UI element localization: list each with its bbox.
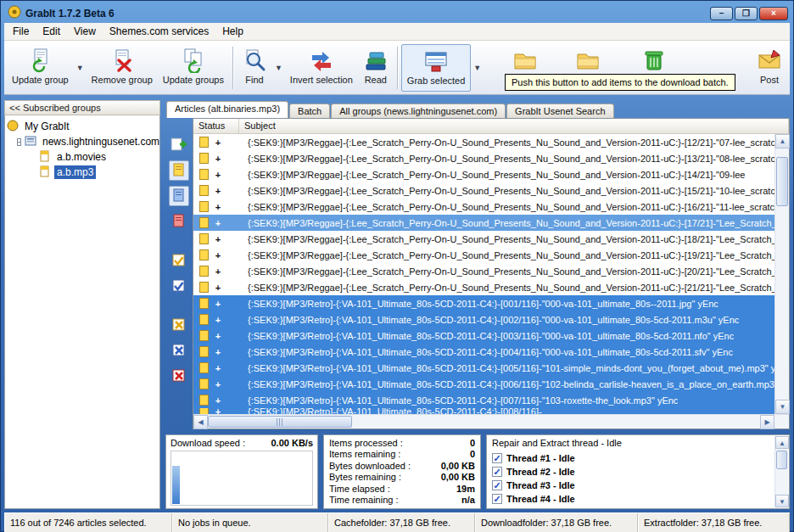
update-group-dropdown-icon[interactable]: ▼ (74, 64, 87, 72)
articles-tab-body: Status Subject +{:SEK9:}[MP3/Reggae]-{:L… (165, 118, 790, 429)
table-row[interactable]: +{:SEK9:}[MP3/Retro]-{:VA-101_Ultimate_8… (193, 344, 774, 360)
maximize-button[interactable]: ❐ (735, 7, 758, 20)
article-subject: {:SEK9:}[MP3/Reggae]-{:Lee_Scratch_Perry… (239, 170, 745, 180)
table-row[interactable]: +{:SEK9:}[MP3/Reggae]-{:Lee_Scratch_Perr… (193, 215, 774, 231)
vertical-scroll-track[interactable] (775, 148, 789, 400)
column-header-status[interactable]: Status (193, 119, 239, 133)
grab-selected-button[interactable]: Grab selected (401, 44, 471, 92)
scrollbar-corner (774, 415, 789, 428)
tab-batch[interactable]: Batch (289, 104, 330, 118)
article-icon (199, 233, 209, 244)
scroll-up-icon[interactable]: ▲ (775, 134, 790, 148)
menu-file[interactable]: File (6, 24, 36, 39)
table-row[interactable]: +{:SEK9:}[MP3/Reggae]-{:Lee_Scratch_Perr… (193, 231, 774, 247)
horizontal-scrollbar[interactable]: ◀ ▶ (193, 414, 789, 428)
table-row[interactable]: +{:SEK9:}[MP3/Reggae]-{:Lee_Scratch_Perr… (193, 134, 774, 150)
folder-icon (575, 47, 601, 74)
article-icon (199, 153, 209, 164)
stat-value: 19m (456, 484, 475, 494)
read-button[interactable]: Read (358, 44, 394, 92)
table-row[interactable]: +{:SEK9:}[MP3/Retro]-{:VA-101_Ultimate_8… (193, 311, 774, 328)
minimize-button[interactable]: – (710, 7, 733, 20)
stat-value: 0 (470, 449, 475, 459)
toolbar-separator (397, 47, 398, 89)
update-group-button[interactable]: Update group (7, 44, 74, 92)
status-bar: 116 out of 7246 articles selected. No jo… (4, 512, 790, 532)
download-speed-label: Download speed : (171, 438, 245, 448)
table-row[interactable]: +{:SEK9:}[MP3/Reggae]-{:Lee_Scratch_Perr… (193, 279, 774, 295)
invert-selection-button[interactable]: Invert selection (285, 44, 358, 92)
check-blue-button[interactable] (169, 276, 189, 296)
menu-help[interactable]: Help (215, 24, 250, 39)
threads-scrollbar[interactable]: ▲ ▼ (774, 436, 788, 507)
column-header-subject[interactable]: Subject (239, 119, 789, 133)
table-row[interactable]: +{:SEK9:}[MP3/Reggae]-{:Lee_Scratch_Perr… (193, 263, 774, 279)
scroll-left-icon[interactable]: ◀ (193, 415, 208, 429)
filter-yellow-articles-button[interactable] (169, 160, 189, 181)
table-row[interactable]: +{:SEK9:}[MP3/Reggae]-{:Lee_Scratch_Perr… (193, 247, 774, 263)
article-icon (199, 185, 209, 196)
tree-item-my-grabit[interactable]: My GrabIt (7, 119, 158, 134)
table-row[interactable]: +{:SEK9:}[MP3/Retro]-{:VA-101_Ultimate_8… (193, 360, 774, 376)
thread-checkbox[interactable]: ✓ (492, 453, 502, 463)
vertical-scroll-thumb[interactable] (776, 157, 788, 206)
threads-scroll-thumb[interactable] (776, 451, 787, 469)
download-speed-graph (171, 451, 313, 506)
table-row[interactable]: +{:SEK9:}[MP3/Reggae]-{:Lee_Scratch_Perr… (193, 166, 774, 182)
tree-item-ab-movies[interactable]: a.b.movies (7, 149, 158, 165)
table-row[interactable]: +{:SEK9:}[MP3/Reggae]-{:Lee_Scratch_Perr… (193, 182, 774, 199)
thread-checkbox[interactable]: ✓ (492, 494, 502, 504)
table-row[interactable]: +{:SEK9:}[MP3/Retro]-{:VA-101_Ultimate_8… (193, 408, 774, 414)
statistics-panel: Items processed :0 Items remaining :0 By… (323, 434, 481, 509)
uncheck-red-button[interactable] (169, 366, 189, 386)
tree-item-ab-mp3[interactable]: a.b.mp3 (7, 165, 158, 180)
filter-red-articles-button[interactable] (169, 211, 189, 232)
tab-articles[interactable]: Articles (alt.binaries.mp3) (166, 101, 288, 118)
tab-all-groups[interactable]: All groups (news.lightningusenet.com) (331, 104, 506, 118)
scroll-right-icon[interactable]: ▶ (760, 415, 774, 429)
scroll-up-icon[interactable]: ▲ (775, 436, 789, 449)
tab-usenet-search[interactable]: GrabIt Usenet Search (506, 104, 613, 118)
table-row[interactable]: +{:SEK9:}[MP3/Retro]-{:VA-101_Ultimate_8… (193, 392, 774, 408)
table-row[interactable]: +{:SEK9:}[MP3/Retro]-{:VA-101_Ultimate_8… (193, 376, 774, 392)
tree-item-news-server[interactable]: - news.lightningusenet.com (7, 134, 158, 149)
add-files-button[interactable] (169, 135, 189, 155)
thread-checkbox[interactable]: ✓ (492, 467, 502, 477)
toolbar-separator (232, 47, 233, 89)
status-jobs: No jobs in queue. (172, 513, 328, 532)
article-icon (199, 314, 209, 325)
article-subject: {:SEK9:}[MP3/Reggae]-{:Lee_Scratch_Perry… (239, 137, 774, 148)
scroll-down-icon[interactable]: ▼ (775, 495, 789, 507)
table-row[interactable]: +{:SEK9:}[MP3/Reggae]-{:Lee_Scratch_Perr… (193, 199, 774, 215)
filter-blue-articles-button[interactable] (169, 186, 189, 206)
tree-collapse-icon[interactable]: - (17, 138, 21, 146)
find-button[interactable]: Find (237, 44, 272, 92)
subscribed-groups-header[interactable]: << Subscribed groups (4, 100, 160, 115)
close-button[interactable]: × (759, 7, 788, 20)
thread-checkbox[interactable]: ✓ (492, 480, 502, 490)
update-groups-button[interactable]: Update groups (158, 44, 229, 92)
scroll-down-icon[interactable]: ▼ (775, 400, 790, 414)
remove-group-button[interactable]: Remove group (87, 44, 158, 92)
find-dropdown-icon[interactable]: ▼ (272, 64, 285, 72)
filter-strip (165, 118, 193, 429)
table-header: Status Subject (193, 119, 789, 134)
horizontal-scroll-thumb[interactable] (208, 416, 352, 428)
post-button[interactable]: Post (752, 44, 787, 92)
menu-view[interactable]: View (67, 24, 103, 39)
menubar: File Edit View Shemes.com services Help (4, 23, 790, 41)
stat-value: 0 (470, 438, 475, 448)
uncheck-yellow-button[interactable] (169, 315, 189, 335)
grab-selected-dropdown-icon[interactable]: ▼ (471, 64, 484, 72)
article-subject: {:SEK9:}[MP3/Retro]-{:VA-101_Ultimate_80… (239, 408, 542, 414)
horizontal-scroll-track[interactable] (208, 415, 760, 428)
menu-edit[interactable]: Edit (36, 24, 67, 39)
check-yellow-button[interactable] (169, 250, 189, 271)
table-row[interactable]: +{:SEK9:}[MP3/Retro]-{:VA-101_Ultimate_8… (193, 295, 774, 311)
uncheck-blue-button[interactable] (169, 340, 189, 361)
vertical-scrollbar[interactable]: ▲ ▼ (774, 134, 789, 414)
table-row[interactable]: +{:SEK9:}[MP3/Retro]-{:VA-101_Ultimate_8… (193, 328, 774, 344)
table-row[interactable]: +{:SEK9:}[MP3/Reggae]-{:Lee_Scratch_Perr… (193, 150, 774, 166)
menu-shemes-services[interactable]: Shemes.com services (103, 24, 215, 39)
article-subject: {:SEK9:}[MP3/Reggae]-{:Lee_Scratch_Perry… (239, 250, 774, 260)
